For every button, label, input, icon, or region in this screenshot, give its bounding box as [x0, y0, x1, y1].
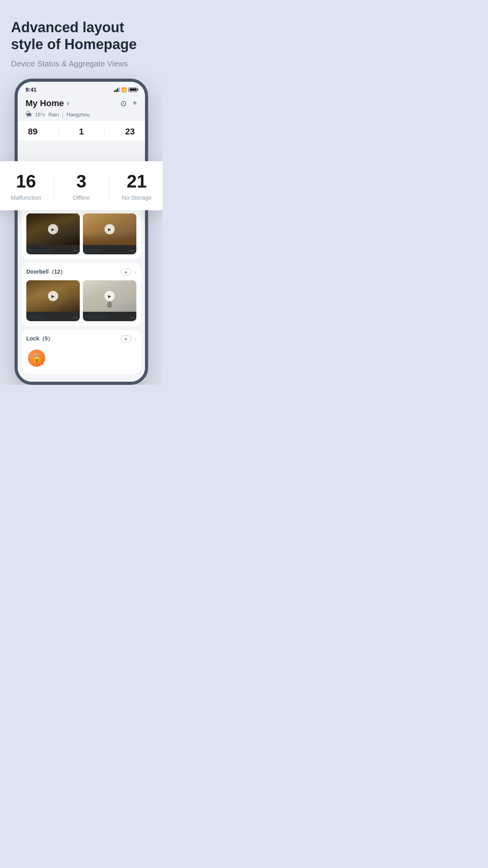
lock-section: Lock（5） ▶ › 🔒	[22, 330, 141, 374]
doorbell-factory-preview: ▶	[26, 280, 80, 312]
search-icon[interactable]: ⊙	[120, 99, 127, 108]
frontdoor-label-row: Frontdoor ···	[83, 312, 136, 321]
doorbell-factory-label-row: Factory ···	[26, 312, 80, 321]
weather-divider: |	[62, 112, 63, 118]
weather-row: 🌦 16°c Rain | Hangzhou	[26, 111, 137, 118]
doorbell-factory-more-icon[interactable]: ···	[73, 314, 78, 320]
camera-thumb-factory[interactable]: ▶ My Factory ···	[26, 213, 80, 254]
doorbell-actions: ▶ ›	[121, 268, 136, 276]
frontdoor-preview: ▶	[83, 280, 136, 312]
signal-icon	[114, 87, 120, 92]
wifi-icon: 📶	[121, 87, 127, 92]
doorbell-section: Doorbell（12） ▶ › ▶ Factory	[22, 263, 141, 326]
stat-alarm: 1	[79, 127, 84, 137]
location: Hangzhou	[66, 112, 90, 118]
status-bar-area: 9:41 📶	[18, 82, 145, 93]
stat-scene: 23	[125, 127, 134, 137]
no-storage-number: 21	[109, 172, 163, 190]
app-header: My Home ∨ ⊙ + 🌦 16°c Rain | Hangzhou	[18, 94, 145, 121]
garden-more-icon[interactable]: ···	[130, 247, 135, 254]
no-storage-label: No Storage	[109, 194, 163, 201]
lock-chevron-icon[interactable]: ›	[135, 336, 136, 342]
status-time: 9:41	[26, 86, 37, 93]
doorbell-thumbnails: ▶ Factory ··· ▶	[26, 280, 136, 321]
stat-online-number: 89	[28, 127, 37, 137]
factory-more-icon[interactable]: ···	[73, 247, 78, 254]
doorbell-section-header: Doorbell（12） ▶ ›	[26, 268, 136, 276]
home-title: My Home	[26, 98, 64, 108]
hero-subtitle: Device Status & Aggregate Views	[11, 58, 152, 69]
float-stat-offline: 3 Offline	[54, 172, 109, 201]
battery-icon	[128, 88, 137, 92]
float-stat-malfunction: 16 Malfunction	[0, 172, 53, 201]
stat-online: 89	[28, 127, 37, 137]
status-bar: 9:41 📶	[26, 86, 137, 93]
lock-icon: 🔒	[28, 349, 45, 367]
offline-number: 3	[54, 172, 109, 190]
lock-actions: ▶ ›	[121, 335, 136, 342]
garden-label-row: Garden ···	[83, 245, 136, 254]
float-stat-no-storage: 21 No Storage	[109, 172, 163, 201]
weather-condition: Rain	[48, 112, 59, 118]
add-icon[interactable]: +	[132, 99, 137, 108]
frontdoor-more-icon[interactable]: ···	[130, 314, 135, 320]
phone-content: Camera（5） ▶ › ▶ My Factory	[18, 196, 145, 374]
offline-label: Offline	[54, 194, 109, 201]
phone-frame: 9:41 📶 My Home ∨	[15, 79, 148, 385]
hero-title: Advanced layout style of Homepage	[11, 19, 152, 53]
camera-thumb-garden[interactable]: ▶ Garden ···	[83, 213, 136, 254]
frontdoor-label: Frontdoor	[84, 314, 107, 320]
garden-camera-label: Garden	[84, 248, 101, 253]
phone-wrapper: 9:41 📶 My Home ∨	[0, 79, 163, 385]
lock-play-button[interactable]: ▶	[121, 335, 132, 342]
doorbell-factory-play-icon[interactable]: ▶	[48, 291, 58, 301]
garden-preview: ▶	[83, 213, 136, 245]
doorbell-factory-label: Factory	[28, 314, 45, 320]
factory-play-icon[interactable]: ▶	[48, 224, 58, 234]
doorbell-section-title: Doorbell（12）	[26, 268, 66, 276]
stats-row: 89 1 23	[18, 121, 145, 141]
factory-label-row: My Factory ···	[26, 245, 80, 254]
stats-divider-1	[58, 128, 59, 135]
doorbell-thumb-factory[interactable]: ▶ Factory ···	[26, 280, 80, 321]
floating-stats-card: 16 Malfunction 3 Offline 21 No Storage	[0, 161, 163, 210]
malfunction-number: 16	[0, 172, 53, 190]
dropdown-chevron-icon[interactable]: ∨	[66, 101, 70, 106]
lock-section-header: Lock（5） ▶ ›	[26, 335, 136, 342]
lock-section-title: Lock（5）	[26, 335, 53, 342]
factory-preview: ▶	[26, 213, 80, 245]
malfunction-label: Malfunction	[0, 194, 53, 201]
temperature: 16°c	[35, 112, 45, 118]
stat-scene-number: 23	[125, 127, 134, 137]
app-title-row: My Home ∨ ⊙ +	[26, 98, 137, 108]
weather-icon: 🌦	[26, 111, 32, 118]
lock-items-preview: 🔒	[26, 347, 136, 369]
status-icons: 📶	[114, 87, 137, 92]
header-actions: ⊙ +	[120, 99, 137, 108]
hero-section: Advanced layout style of Homepage Device…	[0, 0, 163, 79]
doorbell-play-button[interactable]: ▶	[121, 268, 132, 276]
frontdoor-play-icon[interactable]: ▶	[105, 291, 115, 301]
doorbell-chevron-icon[interactable]: ›	[135, 269, 136, 275]
doorbell-thumb-frontdoor[interactable]: ▶ Frontdoor ···	[83, 280, 136, 321]
camera-thumbnails: ▶ My Factory ··· ▶	[26, 213, 136, 254]
stats-divider-2	[104, 128, 105, 135]
stat-alarm-number: 1	[79, 127, 84, 137]
app-title-container[interactable]: My Home ∨	[26, 98, 70, 108]
factory-camera-label: My Factory	[28, 248, 53, 253]
garden-play-icon[interactable]: ▶	[105, 224, 115, 234]
